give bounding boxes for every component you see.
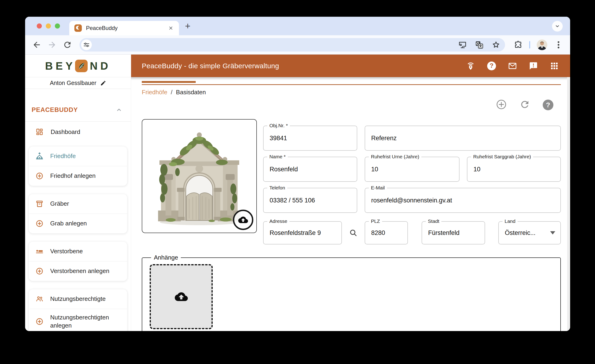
new-tab-button[interactable]: + — [185, 17, 190, 35]
app-shell: BEY ND Anton Gesslbauer PEACEBUDDY — [25, 55, 570, 331]
group-icon — [35, 295, 44, 303]
field-label: Name * — [267, 154, 288, 159]
window-controls — [25, 17, 69, 35]
basisdaten-form: Obj.Nr. * 39841 Referenz Name * — [142, 119, 561, 250]
field-name[interactable]: Name * Rosenfeld — [263, 157, 357, 182]
field-adresse[interactable]: Adresse Rosenfeldstraße 9 — [263, 221, 342, 244]
field-referenz[interactable]: Referenz — [365, 126, 561, 151]
user-name: Anton Gesslbauer — [50, 80, 96, 86]
close-tab-icon[interactable] — [168, 25, 174, 31]
field-value: Rosenfeldstraße 9 — [269, 229, 321, 237]
extensions-icon — [513, 40, 523, 49]
site-settings-button[interactable] — [81, 40, 92, 50]
section-label: PEACEBUDDY — [32, 106, 78, 114]
field-label: Obj.Nr. * — [267, 123, 290, 128]
install-icon — [458, 40, 467, 49]
field-label: Land — [503, 219, 517, 224]
field-label: Ruhefrist Sarggrab (Jahre) — [471, 154, 533, 159]
help-icon[interactable]: ? — [487, 61, 496, 71]
sidebar-item-nutzungsberechtigten-anlegen[interactable]: Nutzungsberechtigten anlegen — [29, 309, 127, 331]
field-stadt[interactable]: Stadt Fürstenfeld — [422, 221, 485, 244]
logo-text-left: BEY — [45, 60, 76, 72]
field-obj-nr[interactable]: Obj.Nr. * 39841 — [263, 126, 357, 151]
logo-text-right: ND — [90, 60, 111, 72]
field-label: Stadt — [426, 219, 441, 224]
translate-button[interactable] — [475, 40, 484, 49]
address-bar[interactable] — [79, 38, 505, 52]
profile-avatar[interactable] — [537, 40, 547, 50]
page-actions: ? — [142, 99, 561, 111]
attachment-dropzone[interactable] — [150, 264, 213, 329]
image-upload-button[interactable] — [233, 210, 253, 230]
sidebar-item-verstorbenen-anlegen[interactable]: Verstorbenen anlegen — [29, 261, 127, 281]
sidebar-item-friedhof-anlegen[interactable]: Friedhof anlegen — [29, 166, 127, 186]
beyond-logo[interactable]: BEY ND — [25, 55, 131, 77]
browser-window: PeaceBuddy + — [25, 17, 570, 331]
chevron-down-icon — [554, 23, 560, 29]
field-ruhefrist-urne[interactable]: Ruhefrist Urne (Jahre) 10 — [365, 157, 460, 182]
browser-menu-button[interactable] — [554, 40, 563, 49]
sidebar-item-friedhoefe[interactable]: Friedhöfe — [29, 146, 127, 166]
forward-button[interactable] — [47, 40, 57, 49]
add-circle-icon — [496, 99, 507, 110]
location-signal-icon[interactable] — [466, 61, 475, 71]
breadcrumb-link-friedhoefe[interactable]: Friedhöfe — [142, 89, 167, 96]
sidebar-item-nutzungsberechtigte[interactable]: Nutzungsberechtigte — [29, 289, 127, 309]
field-placeholder: Referenz — [371, 135, 397, 142]
add-button[interactable] — [496, 99, 507, 111]
fullscreen-window-button[interactable] — [55, 23, 60, 28]
question-glyph: ? — [490, 63, 494, 69]
back-button[interactable] — [32, 40, 41, 49]
cloud-upload-icon — [175, 290, 188, 303]
tab-title: PeaceBuddy — [86, 25, 164, 31]
field-label: Ruhefrist Urne (Jahre) — [369, 154, 421, 159]
field-land-select[interactable]: Land Österreic... — [498, 221, 561, 244]
sidebar-group-nutzungsberechtigte: Nutzungsberechtigte Nutzungsberechtigten… — [28, 289, 127, 331]
edit-pencil-icon[interactable] — [100, 80, 106, 86]
field-label: Telefon — [267, 185, 287, 191]
minimize-window-button[interactable] — [46, 23, 51, 28]
apps-grid-icon[interactable] — [550, 61, 559, 71]
refresh-button[interactable] — [519, 99, 530, 111]
sidebar-item-grab-anlegen[interactable]: Grab anlegen — [29, 213, 127, 233]
sidebar-section-peacebuddy[interactable]: PEACEBUDDY — [25, 98, 131, 122]
breadcrumb-separator: / — [171, 89, 172, 96]
sidebar-item-verstorbene[interactable]: Verstorbene — [29, 242, 127, 261]
field-label: PLZ — [369, 219, 382, 224]
leaf-logo-icon — [75, 60, 88, 72]
close-window-button[interactable] — [37, 23, 42, 28]
sidebar-item-graeber[interactable]: Gräber — [29, 194, 127, 213]
extensions-button[interactable] — [513, 40, 523, 49]
graves-icon — [35, 200, 44, 208]
sidebar-group-friedhoefe: Friedhöfe Friedhof anlegen — [28, 146, 127, 186]
bookmark-star-button[interactable] — [492, 40, 500, 49]
sidebar-item-dashboard[interactable]: Dashboard — [25, 122, 131, 142]
address-search-button[interactable] — [342, 221, 365, 244]
app-title: PeaceBuddy - die simple Gräberverwaltung — [142, 62, 279, 70]
install-app-button[interactable] — [458, 40, 467, 49]
mail-icon[interactable] — [508, 61, 517, 71]
search-icon — [349, 228, 358, 237]
star-icon — [492, 40, 500, 49]
breadcrumb: Friedhöfe / Basisdaten — [142, 89, 561, 96]
reload-button[interactable] — [63, 40, 72, 49]
browser-tab[interactable]: PeaceBuddy — [69, 21, 179, 35]
field-telefon[interactable]: Telefon 03382 / 555 106 — [263, 188, 357, 213]
sidebar-item-label: Gräber — [50, 200, 69, 208]
tab-search-button[interactable] — [552, 21, 563, 32]
dropdown-caret-icon — [550, 231, 555, 234]
field-ruhefrist-sarggrab[interactable]: Ruhefrist Sarggrab (Jahre) 10 — [467, 157, 561, 182]
help-button[interactable]: ? — [543, 100, 553, 110]
header-shadow — [131, 77, 570, 80]
feedback-icon[interactable] — [529, 61, 538, 71]
reload-icon — [63, 40, 72, 49]
toolbar-right-cluster — [508, 40, 563, 50]
breadcrumb-current: Basisdaten — [176, 89, 206, 96]
sidebar-item-label: Verstorbene — [50, 247, 83, 255]
content-scrollbar[interactable] — [567, 77, 570, 331]
forward-icon — [47, 40, 57, 49]
field-email[interactable]: E-Mail rosenfeld@sonnenstein.gv.at — [365, 188, 561, 213]
field-value: 8280 — [371, 229, 385, 237]
sidebar: BEY ND Anton Gesslbauer PEACEBUDDY — [25, 55, 131, 331]
field-plz[interactable]: PLZ 8280 — [365, 221, 408, 244]
